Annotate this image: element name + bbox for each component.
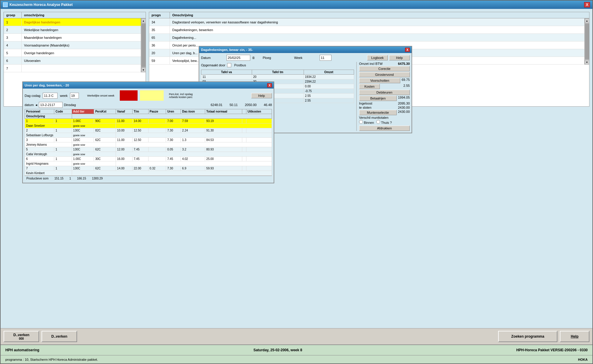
thuis-radio-label[interactable]: Thuis ?: [376, 120, 392, 124]
productief-val3: 166.15: [77, 177, 86, 180]
girostervond-button[interactable]: Girostervond: [359, 72, 410, 77]
afdrukken-button[interactable]: Afdrukken: [359, 126, 410, 131]
table-row[interactable]: Ingrid Hosgmans goeie sow: [25, 161, 272, 166]
ploeg-label: Ploeg: [263, 56, 286, 60]
voorschotten-button[interactable]: Voorschotten: [359, 78, 400, 83]
binnen-radio-label[interactable]: Binnen: [359, 120, 374, 124]
th-pauze: Pauze: [148, 109, 166, 114]
muntenselectie-button[interactable]: Muntenselectie: [359, 110, 397, 115]
list-item[interactable]: 4 Voorraadopname (Maandelijks): [4, 41, 141, 49]
omzet-cell: -0.75: [304, 89, 354, 94]
scroll-thumb[interactable]: [141, 24, 146, 67]
list-item[interactable]: 3 Maandelijkse handelingen: [4, 34, 141, 41]
list-item[interactable]: 7: [4, 65, 141, 72]
list-item[interactable]: 5 Overige handelingen: [4, 49, 141, 57]
kolom-headers: Werkelijke omzet week: [87, 94, 114, 97]
list-item[interactable]: 34 Dagbestand verkopen, verwerken van ka…: [149, 18, 584, 26]
zoeken-programma-button[interactable]: Zoeken programma: [498, 331, 557, 342]
table-row[interactable]: Catia Versteygh goeie sow: [25, 152, 272, 157]
bottom-toolbar: D..verken 000 D..verken Zoeken programma…: [1, 328, 592, 344]
table-row[interactable]: 1 1 1.00C 90C 11.00 14.00 7.00 7.59 93.1…: [25, 119, 272, 124]
extra-cell: [242, 128, 246, 133]
code-cell: 1: [54, 157, 72, 161]
debiteuren-button[interactable]: Debiteuren: [359, 90, 410, 95]
scroll-down-arrow[interactable]: ▼: [141, 68, 146, 72]
company-name: HPH automatisering: [5, 348, 39, 352]
left-scrollbar[interactable]: ▲ ▼: [141, 18, 146, 72]
list-item[interactable]: 1 Dagelijkse handelingen: [4, 18, 141, 26]
add-cell: 1.00C: [72, 157, 94, 161]
table-row[interactable]: 11 20 1934.22: [201, 75, 354, 79]
week-input[interactable]: [320, 55, 331, 61]
table-row[interactable]: Jimmey Adsens goeie sow: [25, 142, 272, 147]
betaalrijen-button[interactable]: Betaalrijen: [359, 96, 397, 101]
th-omschrijving: Omschrijving: [25, 114, 72, 119]
table-row[interactable]: Sebastiaan Lofburgs goeie sow: [25, 133, 272, 138]
omzet-cell: 2.55: [304, 98, 354, 103]
totaal-cell: 91.30: [205, 128, 242, 133]
table-row[interactable]: 6 1 1.00C 30C 16.00 7.45 7.45 4.02 25.00: [25, 157, 272, 161]
binnen-radio[interactable]: [359, 120, 363, 124]
red-indicator: [120, 90, 138, 101]
table-row[interactable]: 7 1 130C 62C 14.00 22.00 0.32 7.30 6.9 5…: [25, 166, 272, 171]
name-cell: Daan Smelzer: [25, 124, 72, 128]
table-row[interactable]: Kevin Kimbert: [25, 171, 272, 176]
logboek-button[interactable]: Logboek: [367, 55, 388, 60]
button-dverken[interactable]: D..verken 000: [4, 331, 39, 342]
datum-prev[interactable]: ◄: [35, 103, 38, 107]
week-input[interactable]: [70, 93, 79, 99]
num-cell: 2: [25, 128, 54, 133]
scroll-down-arrow[interactable]: ▼: [585, 60, 589, 65]
dag-codag-input[interactable]: [43, 93, 58, 99]
uren-top-row: Dag codag week Werkelijke omzet week Per…: [25, 90, 272, 101]
muntensel-row: Muntenselectie 2430.00: [359, 110, 410, 115]
groep-cell: 7: [4, 65, 22, 72]
scroll-up-arrow[interactable]: ▲: [585, 18, 589, 23]
betaalrijen-value: 1994.05: [398, 96, 410, 101]
th-uren: Uren: [166, 109, 181, 114]
right-col-omschrijving: Omschrijving: [170, 12, 589, 18]
kosten-button[interactable]: Kosten: [359, 84, 380, 89]
omschrijving-cell: Dagbestand verkopen, verwerken van kassa…: [170, 18, 584, 26]
omschrijving-cell: Uitvoeralen: [22, 57, 141, 64]
omzet4: 46.48: [264, 103, 272, 107]
scroll-thumb[interactable]: [585, 24, 589, 59]
datum-input[interactable]: [39, 102, 63, 108]
th-code: Code: [54, 109, 72, 114]
window-title: Keuzescherm Horeca Analyse Pakket: [9, 3, 73, 7]
left-panel-scroll: 1 Dagelijkse handelingen 2 Wekelijkse ha…: [4, 18, 146, 72]
list-item[interactable]: 2 Wekelijkse handelingen: [4, 26, 141, 34]
table-row[interactable]: 2 1 130C 82C 10.00 12.50 7.30 2.24 91.30: [25, 128, 272, 133]
omzet3: 2050.00: [245, 103, 257, 107]
scroll-up-arrow[interactable]: ▲: [141, 18, 146, 23]
uren-employee-table: Personeel Code Add tter PersKst Vanaf T/…: [25, 109, 272, 176]
uitkosten-cell: [246, 147, 272, 152]
list-item[interactable]: 6 Uitvoeralen: [4, 57, 141, 65]
datum-input[interactable]: [227, 55, 250, 61]
window-close-button[interactable]: X: [584, 2, 590, 7]
tm-cell: 7.45: [133, 147, 149, 152]
list-item[interactable]: 65 Dagafrekening...: [149, 34, 584, 41]
uren-help-button[interactable]: Help: [251, 93, 272, 98]
omzet-incl-label: Omzet incl BTW: [359, 62, 382, 65]
extra-cell: [242, 119, 246, 124]
num-cell: 7: [25, 166, 54, 171]
dialog-uren-close[interactable]: X: [267, 83, 272, 87]
corectie-button[interactable]: Corectie: [359, 66, 410, 71]
table-row[interactable]: 5 1 130C 62C 12.00 7.45 0.05 3.2 80.93: [25, 147, 272, 152]
dag-help-button[interactable]: Help: [389, 55, 410, 60]
uitkosten-cell: [246, 119, 272, 124]
table-row[interactable]: 3 1 120C 62C 11.00 12.50 7.30 1.3 84.53: [25, 138, 272, 142]
vanaf-cell: 11.00: [116, 119, 132, 124]
table-row[interactable]: Daan Smelzer goeie sow: [25, 124, 272, 128]
right-scrollbar[interactable]: ▲ ▼: [584, 18, 589, 65]
thuis-radio[interactable]: [376, 120, 380, 124]
calendar-icon[interactable]: 🗓: [252, 56, 255, 60]
opgemaakt-checkbox[interactable]: [227, 63, 231, 67]
tafel-va-cell: 11: [201, 75, 252, 79]
button-dverken2[interactable]: D..verken: [42, 331, 77, 342]
dacloon-cell: 7.59: [181, 119, 205, 124]
list-item[interactable]: 35 Dagafrekeningen, bewerken: [149, 26, 584, 34]
dialog-dagafrekeningen-close[interactable]: X: [405, 48, 410, 52]
help-button[interactable]: Help: [560, 331, 589, 342]
